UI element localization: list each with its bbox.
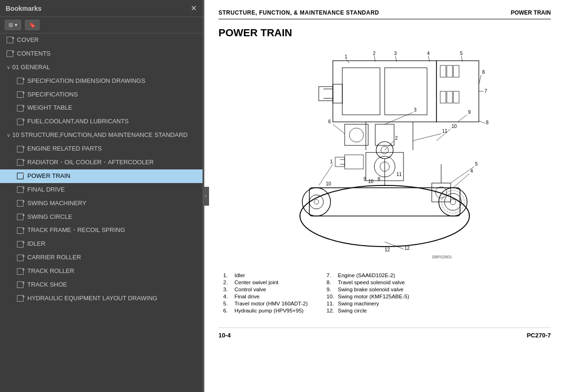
svg-text:7: 7 <box>484 88 487 94</box>
svg-point-22 <box>450 199 456 205</box>
svg-rect-10 <box>453 65 459 77</box>
legend-text: Travel motor (HMV 160ADT-2) <box>234 301 308 306</box>
bookmark-item-power-train[interactable]: POWER TRAIN <box>0 169 202 183</box>
legend-item: 12.Swing circle <box>327 308 409 313</box>
legend-text: Travel speed solenoid valve <box>338 280 405 285</box>
svg-text:10: 10 <box>326 181 331 186</box>
bookmark-item-idler[interactable]: IDLER <box>0 237 202 251</box>
bookmark-label: CARRIER ROLLER <box>27 254 81 262</box>
bookmark-icon <box>17 105 24 112</box>
view-options-button[interactable]: ⊞ ▾ <box>5 20 21 30</box>
bookmark-item-engine-related[interactable]: ENGINE RELATED PARTS <box>0 142 202 156</box>
bookmark-item-fuel-coolant[interactable]: FUEL,COOLANT,AND LUBRICANTS <box>0 115 202 128</box>
svg-rect-9 <box>447 65 452 77</box>
bookmark-item-contents[interactable]: CONTENTS <box>0 47 202 61</box>
bookmark-icon <box>17 241 24 248</box>
svg-rect-83 <box>335 157 345 167</box>
svg-rect-3 <box>333 84 342 103</box>
svg-text:9: 9 <box>468 110 471 115</box>
svg-text:2: 2 <box>395 136 398 141</box>
bookmark-item-carrier-roller[interactable]: CARRIER ROLLER <box>0 251 202 264</box>
legend-text: Swing motor (KMF125ABE-5) <box>338 294 409 299</box>
svg-text:8: 8 <box>486 120 489 125</box>
legend-left: 1.Idler2.Center swivel joint3.Control va… <box>223 272 308 313</box>
svg-text:4: 4 <box>470 168 473 174</box>
svg-rect-11 <box>440 91 446 103</box>
bookmark-item-01-general[interactable]: ∨01 GENERAL <box>0 61 202 74</box>
bookmark-item-track-roller[interactable]: TRACK ROLLER <box>0 264 202 278</box>
bookmark-item-final-drive[interactable]: FINAL DRIVE <box>0 183 202 197</box>
bookmark-label: TRACK SHOE <box>27 281 67 289</box>
svg-text:10: 10 <box>368 179 374 184</box>
sidebar-title: Bookmarks <box>6 5 41 12</box>
view-icon: ⊞ <box>8 22 13 28</box>
legend-number: 10. <box>327 294 336 299</box>
bookmark-item-radiator[interactable]: RADIATOR・OIL COOLER・AFTERCOOLER <box>0 156 202 169</box>
legend-item: 1.Idler <box>223 272 308 278</box>
bookmark-label: RADIATOR・OIL COOLER・AFTERCOOLER <box>27 159 153 167</box>
svg-point-30 <box>349 128 363 142</box>
bookmark-label: HYDRAULIC EQUIPMENT LAYOUT DRAWING <box>27 295 157 303</box>
bookmark-icon <box>17 186 24 193</box>
bookmark-item-swing-machinery[interactable]: SWING MACHINERY <box>0 197 202 210</box>
bookmark-item-hydraulic-layout[interactable]: HYDRAULIC EQUIPMENT LAYOUT DRAWING <box>0 292 202 305</box>
svg-text:3: 3 <box>414 107 417 112</box>
sidebar-collapse-button[interactable]: ‹ <box>202 187 209 206</box>
svg-text:8: 8 <box>482 70 485 75</box>
legend-number: 7. <box>327 272 336 278</box>
svg-text:4: 4 <box>427 51 430 56</box>
svg-rect-31 <box>375 124 394 145</box>
bookmark-item-cover[interactable]: COVER <box>0 33 202 47</box>
legend-text: Hydraulic pump (HPV95+95) <box>234 308 304 313</box>
bookmark-icon <box>17 159 24 166</box>
document-header: STRUCTURE, FUNCTION, & MAINTENANCE STAND… <box>218 9 551 19</box>
legend-area: 1.Idler2.Center swivel joint3.Control va… <box>218 272 551 313</box>
legend-right: 7.Engine (SAA6D102E-2)8.Travel speed sol… <box>327 272 409 313</box>
bookmark-item-swing-circle[interactable]: SWING CIRCLE <box>0 210 202 224</box>
bookmark-icon <box>17 146 24 152</box>
close-button[interactable]: ✕ <box>191 4 197 13</box>
svg-point-28 <box>436 187 447 198</box>
bookmark-item-weight-table[interactable]: WEIGHT TABLE <box>0 101 202 115</box>
legend-item: 6.Hydraulic pump (HPV95+95) <box>223 308 308 313</box>
legend-text: Final drive <box>234 294 259 299</box>
page-title: POWER TRAIN <box>218 27 551 39</box>
svg-rect-12 <box>447 91 452 103</box>
chevron-down-icon: ∨ <box>7 64 10 71</box>
svg-text:12: 12 <box>385 247 390 252</box>
svg-text:11: 11 <box>396 172 402 177</box>
bookmark-icon-button[interactable]: 🔖 <box>25 20 40 30</box>
legend-number: 5. <box>223 301 233 306</box>
bookmark-icon <box>17 227 24 234</box>
svg-point-19 <box>314 200 319 204</box>
bookmark-item-spec-dim[interactable]: SPECIFICATION DIMENSION DRAWINGS <box>0 74 202 88</box>
bookmark-icon <box>17 200 24 207</box>
dropdown-arrow: ▾ <box>15 22 17 28</box>
bookmark-icon <box>17 268 24 275</box>
bookmark-item-10-structure[interactable]: ∨10 STRUCTURE,FUNCTION,AND MAINTENANCE S… <box>0 128 202 142</box>
svg-text:2: 2 <box>373 51 376 56</box>
doc-header-right: POWER TRAIN <box>511 9 551 16</box>
legend-number: 9. <box>327 287 336 292</box>
svg-text:6: 6 <box>328 119 331 124</box>
svg-rect-2 <box>385 68 427 115</box>
bookmark-icon <box>17 295 24 302</box>
bookmark-label: ENGINE RELATED PARTS <box>27 145 102 153</box>
bookmark-item-specifications[interactable]: SPECIFICATIONS <box>0 88 202 102</box>
bookmark-item-track-shoe[interactable]: TRACK SHOE <box>0 278 202 292</box>
svg-rect-13 <box>453 91 459 103</box>
page-number: 10-4 <box>218 332 231 339</box>
bookmark-label: SWING MACHINERY <box>27 200 86 208</box>
legend-item: 9.Swing brake solenoid valve <box>327 287 409 292</box>
legend-number: 1. <box>223 272 233 278</box>
legend-number: 6. <box>223 308 233 313</box>
svg-line-50 <box>333 124 345 134</box>
legend-text: Swing machinery <box>338 301 379 306</box>
bookmark-label: SWING CIRCLE <box>27 213 72 221</box>
bookmark-item-track-frame[interactable]: TRACK FRAME・RECOIL SPRING <box>0 224 202 237</box>
bookmark-label: TRACK FRAME・RECOIL SPRING <box>27 226 125 234</box>
bookmark-icon <box>17 78 24 84</box>
svg-line-38 <box>385 112 413 124</box>
legend-number: 2. <box>223 280 233 285</box>
svg-line-42 <box>451 167 474 183</box>
